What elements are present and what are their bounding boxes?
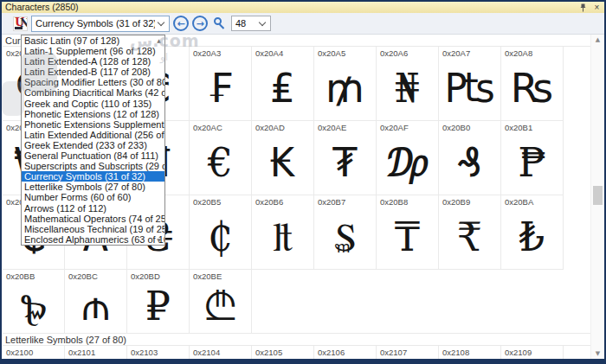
dropdown-option[interactable]: General Punctuation (84 of 111) xyxy=(22,150,164,161)
dropdown-option[interactable]: Latin Extended Additional (256 of 256) xyxy=(22,130,164,140)
char-glyph: ₽ xyxy=(127,270,189,333)
row-filler xyxy=(564,195,590,270)
scroll-down-icon[interactable]: ▼ xyxy=(591,350,604,357)
font-size-combobox[interactable]: 48 xyxy=(231,16,271,31)
row-filler xyxy=(564,121,590,195)
char-cell[interactable]: 0x2105℅ xyxy=(252,346,314,359)
char-cell[interactable]: 0x20B9₹ xyxy=(439,195,501,270)
dropdown-option[interactable]: Superscripts and Subscripts (29 of 42) xyxy=(22,161,164,171)
scroll-up-icon[interactable]: ▲ xyxy=(591,36,604,43)
char-glyph: ℃ xyxy=(127,346,189,359)
char-cell[interactable]: 0x20AC€ xyxy=(190,121,252,195)
char-cell[interactable]: 0x20B7₷ xyxy=(314,195,377,270)
char-glyph: ℈ xyxy=(439,346,500,359)
dropdown-option[interactable]: Currency Symbols (31 of 32) xyxy=(22,171,164,182)
char-cell[interactable]: 0x2100℀ xyxy=(3,346,65,359)
titlebar-buttons: × xyxy=(578,2,602,13)
row-filler xyxy=(252,270,590,334)
dropdown-scroll-up-icon[interactable]: ▲ xyxy=(154,37,164,43)
char-glyph: ₸ xyxy=(377,195,438,269)
char-cell[interactable]: 0x20A3₣ xyxy=(190,47,252,121)
dropdown-option[interactable]: Phonetic Extensions Supplement (3 of 64) xyxy=(22,119,164,130)
app-logo-icon: U N xyxy=(13,16,28,31)
font-size-value: 48 xyxy=(232,18,256,29)
char-glyph: ₮ xyxy=(314,121,376,195)
char-glyph: ℉ xyxy=(501,346,563,359)
block-selector-value: Currency Symbols (31 of 32) xyxy=(32,18,155,29)
dropdown-option[interactable]: Spacing Modifier Letters (30 of 80) xyxy=(22,77,164,87)
grid-row: 0x20BB₻0x20BC₼0x20BD₽0x20BE₾ xyxy=(3,270,590,334)
char-cell[interactable]: 0x20BC₼ xyxy=(65,270,127,334)
char-glyph: ₾ xyxy=(190,270,251,333)
dropdown-scroll-down-icon[interactable]: ▼ xyxy=(154,237,164,243)
toolbar: U N Currency Symbols (31 of 32) ← → 48 xyxy=(2,13,604,35)
close-icon[interactable]: × xyxy=(592,3,602,12)
char-cell[interactable]: 0x20B6₶ xyxy=(252,195,314,270)
char-cell[interactable]: 0x20A8₨ xyxy=(501,47,564,121)
dropdown-option[interactable]: Phonetic Extensions (12 of 128) xyxy=(22,109,164,119)
char-cell[interactable]: 0x2103℃ xyxy=(127,346,190,359)
forward-button[interactable]: → xyxy=(192,16,208,31)
char-cell[interactable]: 0x20A7₧ xyxy=(439,47,501,121)
char-cell[interactable]: 0x20BE₾ xyxy=(190,270,252,334)
char-cell[interactable]: 0x20BA₺ xyxy=(501,195,564,270)
dropdown-option[interactable]: Latin Extended-B (117 of 208) xyxy=(22,67,164,77)
char-glyph: ₨ xyxy=(501,47,563,120)
dropdown-option[interactable]: Greek Extended (233 of 233) xyxy=(22,140,164,150)
dropdown-option[interactable]: Combining Diacritical Marks (42 of 112) xyxy=(22,87,164,98)
char-cell[interactable]: 0x2108℈ xyxy=(439,346,501,359)
dropdown-option[interactable]: Latin Extended-A (128 of 128) xyxy=(22,56,164,67)
char-cell[interactable]: 0x20A5₥ xyxy=(314,47,377,121)
dropdown-option[interactable]: Enclosed Alphanumerics (63 of 160) xyxy=(22,234,164,245)
char-glyph: ₤ xyxy=(252,47,313,120)
dropdown-option[interactable]: Mathematical Operators (74 of 256) xyxy=(22,214,164,224)
char-cell[interactable]: 0x20AE₮ xyxy=(314,121,377,195)
char-glyph: € xyxy=(190,121,251,195)
dropdown-option[interactable]: Basic Latin (97 of 128) xyxy=(22,35,164,46)
char-cell[interactable]: 0x2109℉ xyxy=(501,346,564,359)
dropdown-option[interactable]: Arrows (112 of 112) xyxy=(22,203,164,214)
char-cell[interactable]: 0x20BB₻ xyxy=(3,270,65,334)
char-cell[interactable]: 0x2106℆ xyxy=(314,346,377,359)
search-icon[interactable] xyxy=(213,16,228,31)
chevron-down-icon xyxy=(158,19,164,26)
pin-icon-glyph xyxy=(579,3,587,12)
dropdown-option[interactable]: Number Forms (60 of 60) xyxy=(22,192,164,202)
char-cell[interactable]: 0x2104℄ xyxy=(190,346,252,359)
char-glyph: ₻ xyxy=(3,270,64,333)
char-cell[interactable]: 0x20BD₽ xyxy=(127,270,190,334)
row-filler xyxy=(564,346,590,359)
char-glyph: ₷ xyxy=(314,195,376,269)
pin-icon[interactable] xyxy=(578,3,588,12)
char-glyph: ₯ xyxy=(377,121,438,195)
block-selector-combobox[interactable]: Currency Symbols (31 of 32) xyxy=(31,16,170,32)
char-glyph: ℆ xyxy=(314,346,376,359)
char-cell[interactable]: 0x20A4₤ xyxy=(252,47,314,121)
block-dropdown-list: ▲ ▼ Basic Latin (97 of 128)Latin-1 Suppl… xyxy=(21,35,165,246)
char-glyph: ₰ xyxy=(439,121,500,195)
dropdown-option[interactable]: Latin-1 Supplement (96 of 128) xyxy=(22,46,164,56)
scrollbar-thumb[interactable] xyxy=(593,186,603,205)
vertical-scrollbar[interactable]: ▲ ▼ xyxy=(590,35,604,359)
dropdown-option[interactable]: Miscellaneous Technical (19 of 256) xyxy=(22,224,164,234)
dropdown-option[interactable]: Letterlike Symbols (27 of 80) xyxy=(22,182,164,192)
char-glyph: ℅ xyxy=(252,346,313,359)
char-cell[interactable]: 0x20B1₱ xyxy=(501,121,564,195)
char-cell[interactable]: 0x20B8₸ xyxy=(377,195,439,270)
char-cell[interactable]: 0x20A6₦ xyxy=(377,47,439,121)
back-button[interactable]: ← xyxy=(173,16,189,31)
char-cell[interactable]: 0x20B5₵ xyxy=(190,195,252,270)
char-cell[interactable]: 0x20AD₭ xyxy=(252,121,314,195)
char-glyph: ₵ xyxy=(190,195,251,269)
char-cell[interactable]: 0x2107ℇ xyxy=(377,346,439,359)
char-cell[interactable]: 0x2101℁ xyxy=(65,346,127,359)
tool-window: Characters (2850) × U N Currency Symbols… xyxy=(0,0,606,364)
char-glyph: ℇ xyxy=(377,346,438,359)
char-glyph: ℁ xyxy=(65,346,126,359)
char-cell[interactable]: 0x20AF₯ xyxy=(377,121,439,195)
char-glyph: ₥ xyxy=(314,47,376,120)
grid-row: 0x2100℀0x2101℁0x2103℃0x2104℄0x2105℅0x210… xyxy=(3,346,590,359)
char-cell[interactable]: 0x20B0₰ xyxy=(439,121,501,195)
dropdown-option[interactable]: Greek and Coptic (110 of 135) xyxy=(22,99,164,109)
char-glyph: ₺ xyxy=(501,195,563,269)
